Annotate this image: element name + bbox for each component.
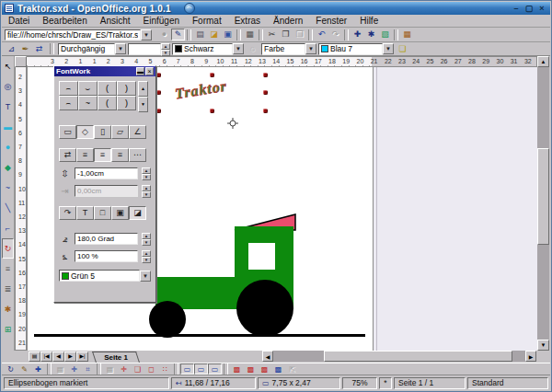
fw-upright[interactable]: ▯ [94, 125, 111, 139]
fw-shape-circle-left[interactable]: ( [98, 81, 117, 96]
shadow-angle-spin-buttons[interactable]: ▲▼ [142, 233, 151, 245]
fw-off[interactable]: ▭ [59, 125, 76, 139]
scroll-up-arrow[interactable]: ▲ [537, 56, 549, 67]
zoom-tool[interactable]: ◎ [2, 76, 14, 97]
fontwork-shadow-color-combo[interactable]: Grün 5 ▼ [59, 270, 151, 282]
fill-style-combo[interactable]: Farbe ▼ [261, 43, 316, 55]
fw-align-right[interactable]: ≡ [111, 148, 129, 162]
fw-shape-circle-right[interactable]: ) [117, 81, 136, 96]
scroll-left-arrow[interactable]: ◀ [262, 351, 273, 362]
fw-slant-horizontal[interactable]: ▱ [111, 125, 129, 139]
tractor-window-shape[interactable] [248, 243, 275, 270]
shadow-toggle-icon[interactable]: ❏ [396, 43, 409, 55]
menu-ansicht[interactable]: Ansicht [94, 15, 137, 27]
show-helplines-icon[interactable]: ✛ [67, 363, 81, 375]
arrow-style-icon[interactable]: ⇄ [32, 43, 46, 55]
fw-slant-shadow[interactable]: ◪ [129, 206, 146, 220]
guides-moving-icon[interactable]: ⌗ [81, 363, 95, 375]
fw-orientation[interactable]: ⇄ [59, 148, 76, 162]
fw-shape-arc-bottom[interactable]: ⌣ [78, 81, 98, 96]
selection-handle-s[interactable] [210, 109, 214, 113]
line-style-dropdown[interactable]: ▼ [115, 43, 126, 54]
undo-icon[interactable]: ↶ [315, 29, 328, 40]
first-page-button[interactable]: |◀ [40, 352, 52, 362]
horizontal-scroll-thumb[interactable] [324, 351, 513, 362]
fw-shape-wave[interactable]: ~ [78, 96, 98, 110]
fill-style-dropdown[interactable]: ▼ [305, 43, 316, 54]
copy-icon[interactable]: ❐ [279, 29, 293, 40]
fw-align-center[interactable]: ≡ [94, 148, 111, 162]
rotation-mode-icon[interactable]: ↻ [4, 363, 17, 375]
zoom-icon[interactable]: ✱ [364, 29, 378, 40]
vertical-scrollbar[interactable]: ▲ ▼ [537, 56, 549, 351]
layer-view-button[interactable]: ▤ [29, 352, 40, 362]
distance-spin-buttons[interactable]: ▲▼ [142, 167, 151, 179]
quick-edit-icon[interactable]: ▭ [180, 363, 194, 375]
edit-points-mode-icon[interactable]: ✎ [17, 363, 31, 375]
gallery-icon[interactable]: ▧ [378, 29, 392, 40]
fw-rotate[interactable]: ◇ [76, 125, 94, 139]
selection-handle-e[interactable] [263, 90, 268, 95]
fontwork-close-button[interactable]: × [145, 67, 154, 75]
menu-extras[interactable]: Extras [228, 15, 267, 27]
3d-objects-tool[interactable]: ◆ [2, 157, 14, 178]
line-width-spinner[interactable]: ▲▼ [128, 43, 170, 55]
shadow-angle-input[interactable]: 180,0 Grad [75, 233, 138, 245]
effects-tool[interactable]: ✱ [2, 299, 14, 319]
cut-icon[interactable]: ✂ [265, 29, 279, 40]
enter-group-icon[interactable]: ▩ [271, 363, 285, 375]
save-document-icon[interactable]: ▣ [221, 29, 235, 40]
page-tab[interactable]: Seite 1 [92, 352, 140, 363]
fw-text-contour[interactable]: T [76, 206, 94, 220]
tractor-front-wheel[interactable] [149, 301, 186, 338]
connector-tool[interactable]: ⌐ [2, 218, 14, 238]
menu-bearbeiten[interactable]: Bearbeiten [36, 15, 93, 27]
selection-handle-n[interactable] [210, 73, 214, 77]
menu-fenster[interactable]: Fenster [309, 15, 353, 27]
shadow-size-input[interactable]: 100 % [75, 250, 138, 262]
fontwork-text-object[interactable]: Traktor [174, 78, 228, 103]
modify-attributes-icon[interactable]: ▩ [230, 363, 244, 375]
selection-handle-nw[interactable] [156, 73, 161, 77]
selection-handle-w[interactable] [156, 90, 161, 95]
fw-shape-open-left[interactable]: ( [98, 96, 117, 110]
selection-handle-sw[interactable] [156, 109, 161, 113]
fw-contour[interactable]: ↷ [59, 206, 76, 220]
line-color-combo[interactable]: Schwarz ▼ [172, 43, 244, 55]
shadow-color-dropdown[interactable]: ▼ [140, 271, 151, 282]
fw-slant-vertical[interactable]: ∠ [129, 125, 146, 139]
select-tool[interactable]: ↖ [2, 56, 14, 76]
next-page-button[interactable]: ▶ [64, 352, 76, 362]
rectangle-tool[interactable]: ▬ [2, 117, 14, 137]
tractor-rear-wheel[interactable] [236, 280, 293, 337]
arrange-tool[interactable]: ≣ [2, 279, 14, 299]
snap-helplines-icon[interactable]: ✛ [117, 363, 131, 375]
status-zoom[interactable]: 75% [342, 377, 377, 389]
fontwork-title-bar[interactable]: FontWork ▬ × [54, 66, 155, 76]
vertical-scroll-thumb[interactable] [537, 148, 549, 245]
curve-tool[interactable]: ~ [2, 178, 14, 198]
insert-tool[interactable]: ⊞ [2, 319, 14, 340]
snap-object-points-icon[interactable]: ∷ [158, 363, 172, 375]
url-input[interactable] [5, 29, 141, 40]
edit-file-icon[interactable]: ✎ [171, 29, 185, 40]
menu-format[interactable]: Format [186, 15, 228, 27]
rotation-pivot-icon[interactable] [227, 118, 238, 129]
fw-shape-arc-top[interactable]: ⌢ [59, 81, 78, 96]
navigator-icon[interactable]: ✚ [351, 29, 364, 40]
lines-arrows-tool[interactable]: ╲ [2, 198, 14, 218]
vertical-ruler[interactable]: 2345678910111213141516171819202122 [15, 67, 27, 351]
menu-ändern[interactable]: Ändern [267, 15, 309, 27]
text-tool[interactable]: T [2, 97, 14, 117]
selection-handle-ne[interactable] [263, 73, 268, 77]
fw-shape-arch-up[interactable]: ⌢ [59, 96, 78, 110]
distance-input[interactable]: -1,00cm [75, 167, 138, 179]
status-page[interactable]: Seite 1 / 1 [394, 377, 466, 389]
menu-einfügen[interactable]: Einfügen [137, 15, 186, 27]
glue-points-icon[interactable]: ✚ [31, 363, 45, 375]
double-click-text-icon[interactable]: ▭ [208, 363, 222, 375]
menu-datei[interactable]: Datei [2, 15, 36, 27]
fw-no-shadow[interactable]: □ [94, 206, 111, 220]
shadow-size-spin-buttons[interactable]: ▲▼ [142, 250, 151, 262]
exit-all-groups-icon[interactable]: ▩ [244, 363, 258, 375]
